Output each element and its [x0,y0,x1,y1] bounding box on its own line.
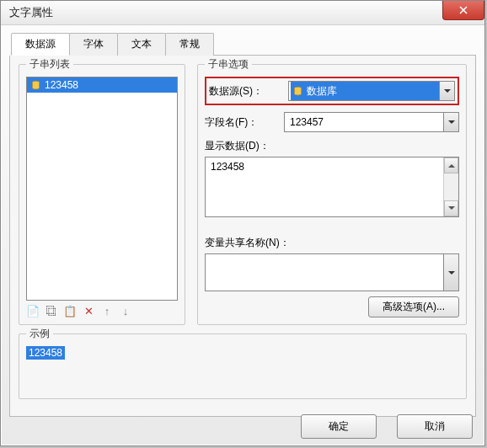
scrollbar[interactable] [443,157,458,216]
delete-icon[interactable]: ✕ [82,304,95,317]
example-value: 123458 [26,346,65,360]
titlebar: 文字属性 [1,1,484,25]
substring-options-legend: 子串选项 [205,57,252,72]
share-name-combobox[interactable] [205,253,459,291]
tab-font[interactable]: 字体 [69,33,118,56]
cancel-button[interactable]: 取消 [397,414,473,439]
display-data-textarea[interactable]: 123458 [205,157,459,217]
example-legend: 示例 [26,327,53,341]
field-name-label: 字段名(F)： [205,115,281,130]
chevron-down-icon[interactable] [443,113,458,131]
substring-list-group: 子串列表 123458 📄 ⿻ 📋 ✕ [19,64,185,325]
share-name-label: 变量共享名称(N)： [205,236,459,250]
tab-panel: 子串列表 123458 📄 ⿻ 📋 ✕ [9,56,476,417]
database-icon [292,86,303,97]
close-icon [459,6,468,14]
tab-data-source[interactable]: 数据源 [11,33,70,56]
window-title: 文字属性 [9,5,53,20]
data-source-label: 数据源(S)： [209,84,285,99]
display-data-label: 显示数据(D)： [205,139,459,153]
copy-icon[interactable]: ⿻ [45,304,58,317]
new-icon[interactable]: 📄 [26,304,40,317]
down-icon[interactable]: ↓ [119,304,132,317]
data-source-combobox[interactable]: 数据库 [288,81,455,101]
ok-button[interactable]: 确定 [301,414,377,439]
data-source-highlight: 数据源(S)： 数据库 [205,77,459,105]
close-button[interactable] [442,1,484,20]
field-name-combobox[interactable]: 123457 [284,112,459,132]
content-area: 数据源 字体 文本 常规 子串列表 123458 [1,25,484,424]
scroll-down-icon[interactable] [444,200,458,216]
substring-listbox[interactable]: 123458 [26,77,178,301]
substring-list-legend: 子串列表 [26,57,73,72]
dialog-window: 文字属性 数据源 字体 文本 常规 子串列表 [0,0,485,446]
list-item-label: 123458 [45,79,78,91]
example-group: 示例 123458 [19,333,467,399]
field-name-value: 123457 [286,116,324,128]
chevron-down-icon[interactable] [439,82,454,100]
tab-general[interactable]: 常规 [165,33,214,56]
advanced-options-button[interactable]: 高级选项(A)... [368,296,459,317]
up-icon[interactable]: ↑ [100,304,114,317]
cut-icon[interactable]: 📋 [63,304,77,317]
list-toolbar: 📄 ⿻ 📋 ✕ ↑ ↓ [26,301,178,317]
database-icon [30,80,41,91]
scroll-up-icon[interactable] [444,157,458,173]
tabstrip: 数据源 字体 文本 常规 [11,32,476,56]
dialog-buttons: 确定 取消 [301,414,473,439]
display-data-value: 123458 [206,157,458,176]
substring-options-group: 子串选项 数据源(S)： 数据库 [197,64,467,325]
tab-text[interactable]: 文本 [117,33,166,56]
data-source-value: 数据库 [307,84,337,99]
chevron-down-icon[interactable] [443,254,458,291]
list-item[interactable]: 123458 [27,77,177,93]
